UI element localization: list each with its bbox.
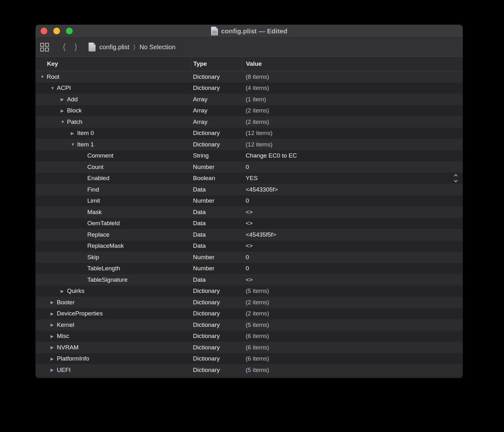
breadcrumb-separator-icon: ⟩ (133, 43, 136, 51)
value-cell: <> (242, 206, 463, 218)
row-value: <> (246, 220, 253, 227)
row-key: Mask (87, 209, 102, 216)
table-body: ▼ Root Dictionary (8 items) ▼ ACPI Dicti… (36, 71, 463, 376)
row-value: (12 items) (246, 130, 272, 137)
value-cell: (5 items) (242, 364, 463, 376)
key-cell: Skip (36, 252, 190, 263)
table-row[interactable]: ▶ Kernel Dictionary (5 items) (36, 319, 463, 331)
disclosure-triangle-icon[interactable]: ▶ (50, 356, 57, 361)
row-value: 0 (246, 265, 249, 272)
disclosure-triangle-icon[interactable]: ▶ (61, 108, 67, 113)
row-type: Dictionary (190, 83, 242, 94)
table-row[interactable]: ▶ Add Array (1 item) (36, 94, 463, 105)
row-type: Dictionary (190, 71, 242, 83)
column-header-key[interactable]: Key (36, 57, 190, 71)
table-row[interactable]: TableLength Number 0 (36, 263, 463, 274)
key-cell: ▶ NVRAM (36, 342, 190, 353)
table-row[interactable]: Skip Number 0 (36, 252, 463, 263)
value-cell: 0 (242, 195, 463, 207)
related-items-icon[interactable] (40, 43, 49, 51)
table-row[interactable]: Count Number 0 (36, 161, 463, 173)
value-cell: (2 items) (242, 116, 463, 128)
disclosure-triangle-icon[interactable]: ▶ (71, 131, 77, 136)
row-key: Misc (57, 333, 69, 340)
table-row[interactable]: TableSignature Data <> (36, 274, 463, 286)
row-key: Kernel (57, 321, 74, 328)
row-value: Change EC0 to EC (246, 152, 297, 159)
table-row[interactable]: Comment String Change EC0 to EC (36, 150, 463, 162)
key-cell: TableLength (36, 263, 190, 274)
boolean-stepper[interactable] (454, 175, 457, 182)
table-row[interactable]: Limit Number 0 (36, 195, 463, 207)
key-cell: ▶ Booter (36, 297, 190, 308)
table-row[interactable]: Find Data <4543305f> (36, 184, 463, 195)
disclosure-triangle-icon[interactable]: ▼ (71, 142, 77, 147)
disclosure-triangle-icon[interactable]: ▶ (50, 345, 57, 350)
minimize-button[interactable] (53, 28, 60, 34)
row-value: <45435f5f> (246, 231, 276, 238)
table-row[interactable]: OemTableId Data <> (36, 218, 463, 229)
close-button[interactable] (41, 28, 47, 34)
table-row[interactable]: ▶ Misc Dictionary (6 items) (36, 331, 463, 342)
disclosure-triangle-icon[interactable]: ▶ (50, 311, 57, 316)
value-cell: 0 (242, 263, 463, 274)
table-row[interactable]: ▼ Patch Array (2 items) (36, 116, 463, 128)
row-type: Number (190, 161, 242, 173)
disclosure-triangle-icon[interactable]: ▼ (50, 86, 57, 91)
row-value: <> (246, 242, 253, 249)
disclosure-triangle-icon[interactable]: ▶ (50, 368, 57, 372)
disclosure-triangle-icon[interactable]: ▼ (40, 74, 47, 79)
title-bar[interactable]: config.plist — Edited (36, 25, 463, 37)
row-key: Quirks (67, 287, 84, 294)
disclosure-triangle-icon[interactable]: ▶ (61, 289, 67, 294)
row-type: Dictionary (190, 128, 242, 139)
column-header-type[interactable]: Type (190, 57, 242, 71)
table-row[interactable]: Replace Data <45435f5f> (36, 229, 463, 240)
key-cell: ▼ Root (36, 71, 190, 83)
row-value: 0 (246, 254, 249, 261)
key-cell: Enabled (36, 173, 190, 184)
table-row[interactable]: ▼ Root Dictionary (8 items) (36, 71, 463, 83)
disclosure-triangle-icon[interactable]: ▶ (61, 97, 67, 102)
key-cell: Comment (36, 150, 190, 162)
breadcrumb-file[interactable]: config.plist (99, 44, 129, 51)
table-row[interactable]: ▶ UEFI Dictionary (5 items) (36, 364, 463, 376)
table-row[interactable]: ▶ Item 0 Dictionary (12 items) (36, 128, 463, 139)
disclosure-triangle-icon[interactable]: ▶ (50, 300, 57, 305)
value-cell: (4 items) (242, 83, 463, 94)
breadcrumb-selection[interactable]: No Selection (139, 44, 175, 51)
key-cell: ▶ PlatformInfo (36, 353, 190, 365)
window-footer (36, 376, 463, 378)
table-row[interactable]: ▶ Block Array (2 items) (36, 105, 463, 117)
table-row[interactable]: ▶ Quirks Dictionary (5 items) (36, 286, 463, 297)
column-header-value[interactable]: Value (242, 57, 463, 71)
row-type: Number (190, 263, 242, 274)
disclosure-triangle-icon[interactable]: ▼ (61, 119, 67, 124)
table-row[interactable]: ▶ PlatformInfo Dictionary (6 items) (36, 353, 463, 365)
disclosure-triangle-icon[interactable]: ▶ (50, 322, 57, 327)
table-row[interactable]: Mask Data <> (36, 206, 463, 218)
row-key: ACPI (57, 84, 71, 91)
table-row[interactable]: ▶ Booter Dictionary (2 items) (36, 297, 463, 308)
table-row[interactable]: ▼ ACPI Dictionary (4 items) (36, 83, 463, 94)
value-cell: <> (242, 218, 463, 229)
row-type: Number (190, 195, 242, 207)
key-cell: ▼ Item 1 (36, 139, 190, 150)
table-row[interactable]: Enabled Boolean YES (36, 173, 463, 184)
back-icon[interactable]: ⟨ (58, 43, 70, 51)
table-row[interactable]: ▶ NVRAM Dictionary (6 items) (36, 342, 463, 353)
disclosure-triangle-icon[interactable]: ▶ (50, 334, 57, 339)
forward-icon[interactable]: ⟩ (70, 43, 82, 51)
table-row[interactable]: ReplaceMask Data <> (36, 240, 463, 252)
table-row[interactable]: ▼ Item 1 Dictionary (12 items) (36, 139, 463, 150)
breadcrumb-document-icon (89, 43, 96, 51)
row-value: (5 items) (246, 367, 269, 374)
plist-editor-window: config.plist — Edited ⟨ ⟩ config.plist ⟩… (36, 25, 463, 378)
key-cell: Limit (36, 195, 190, 207)
zoom-button[interactable] (66, 28, 73, 34)
row-key: Comment (87, 152, 113, 159)
value-cell: <4543305f> (242, 184, 463, 195)
row-value: (4 items) (246, 84, 269, 91)
jump-bar: ⟨ ⟩ config.plist ⟩ No Selection (36, 37, 463, 57)
table-row[interactable]: ▶ DeviceProperties Dictionary (2 items) (36, 308, 463, 320)
